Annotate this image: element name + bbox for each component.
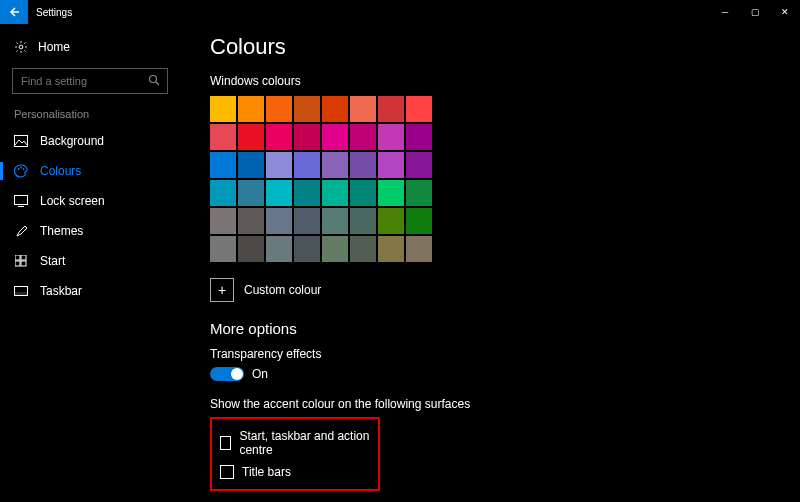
colour-swatch[interactable] [350, 236, 376, 262]
sidebar-item-label: Lock screen [40, 194, 105, 208]
sidebar-item-label: Taskbar [40, 284, 82, 298]
minimize-button[interactable]: ─ [710, 0, 740, 24]
content-area: Home Personalisation Background Colours … [0, 24, 800, 502]
checkbox-icon [220, 465, 234, 479]
colour-swatch[interactable] [210, 124, 236, 150]
custom-colour-row[interactable]: + Custom colour [210, 278, 800, 302]
colour-swatch[interactable] [406, 152, 432, 178]
more-options-heading: More options [210, 320, 800, 337]
colour-swatch[interactable] [294, 152, 320, 178]
colour-swatch[interactable] [266, 152, 292, 178]
colour-swatch[interactable] [322, 208, 348, 234]
transparency-label: Transparency effects [210, 347, 800, 361]
colour-swatch[interactable] [294, 236, 320, 262]
colour-swatch[interactable] [294, 180, 320, 206]
colour-swatch[interactable] [238, 208, 264, 234]
colour-swatch[interactable] [378, 96, 404, 122]
svg-rect-3 [15, 136, 28, 147]
colour-swatch[interactable] [322, 236, 348, 262]
colour-swatch[interactable] [266, 180, 292, 206]
plus-icon: + [210, 278, 234, 302]
colour-swatch[interactable] [378, 236, 404, 262]
sidebar-item-background[interactable]: Background [0, 126, 180, 156]
section-label: Personalisation [0, 108, 180, 126]
colour-swatch[interactable] [266, 96, 292, 122]
svg-rect-14 [15, 293, 28, 296]
colour-swatch[interactable] [238, 124, 264, 150]
checkbox-label: Start, taskbar and action centre [239, 429, 370, 457]
svg-rect-7 [15, 196, 28, 205]
colour-swatch[interactable] [378, 124, 404, 150]
colour-swatch[interactable] [406, 180, 432, 206]
home-label: Home [38, 40, 70, 54]
svg-rect-12 [21, 261, 26, 266]
colour-swatch[interactable] [266, 208, 292, 234]
colour-swatch[interactable] [238, 152, 264, 178]
colour-swatch[interactable] [322, 180, 348, 206]
sidebar-item-label: Background [40, 134, 104, 148]
search-container [12, 68, 168, 94]
custom-colour-label: Custom colour [244, 283, 321, 297]
home-button[interactable]: Home [0, 34, 180, 60]
colour-swatch[interactable] [406, 208, 432, 234]
colour-swatch[interactable] [350, 152, 376, 178]
sidebar-item-label: Themes [40, 224, 83, 238]
back-button[interactable] [0, 0, 28, 24]
colour-swatch[interactable] [378, 208, 404, 234]
colour-swatch[interactable] [378, 152, 404, 178]
colour-swatch[interactable] [322, 152, 348, 178]
colour-swatch[interactable] [294, 96, 320, 122]
colour-swatch[interactable] [350, 208, 376, 234]
sidebar-item-colours[interactable]: Colours [0, 156, 180, 186]
main-panel: Colours Windows colours + Custom colour … [180, 24, 800, 502]
start-icon [14, 254, 28, 268]
colour-swatch[interactable] [322, 124, 348, 150]
colour-swatch[interactable] [406, 96, 432, 122]
colour-swatch[interactable] [406, 236, 432, 262]
sidebar-item-themes[interactable]: Themes [0, 216, 180, 246]
colour-swatch[interactable] [322, 96, 348, 122]
colour-swatch[interactable] [350, 124, 376, 150]
colour-swatch[interactable] [266, 124, 292, 150]
taskbar-icon [14, 284, 28, 298]
transparency-toggle-row: On [210, 367, 800, 381]
colour-swatch[interactable] [350, 180, 376, 206]
maximize-button[interactable]: ▢ [740, 0, 770, 24]
colour-swatch[interactable] [210, 236, 236, 262]
colour-swatch[interactable] [210, 208, 236, 234]
sidebar-item-label: Colours [40, 164, 81, 178]
accent-surfaces-label: Show the accent colour on the following … [210, 397, 800, 411]
colour-swatch[interactable] [406, 124, 432, 150]
monitor-icon [14, 194, 28, 208]
colour-swatch[interactable] [210, 152, 236, 178]
gear-icon [14, 40, 28, 54]
transparency-toggle[interactable] [210, 367, 244, 381]
svg-point-1 [150, 76, 157, 83]
brush-icon [14, 224, 28, 238]
checkbox-start-taskbar[interactable]: Start, taskbar and action centre [220, 425, 370, 461]
svg-point-5 [20, 167, 22, 169]
colour-swatch[interactable] [266, 236, 292, 262]
search-input[interactable] [12, 68, 168, 94]
close-button[interactable]: ✕ [770, 0, 800, 24]
colour-swatch[interactable] [350, 96, 376, 122]
colour-swatch[interactable] [238, 180, 264, 206]
colour-swatch-grid [210, 96, 800, 262]
colour-swatch[interactable] [378, 180, 404, 206]
checkbox-label: Title bars [242, 465, 291, 479]
svg-point-6 [23, 168, 25, 170]
colour-swatch[interactable] [210, 180, 236, 206]
accent-surfaces-group: Start, taskbar and action centre Title b… [210, 417, 380, 491]
colour-swatch[interactable] [294, 124, 320, 150]
checkbox-title-bars[interactable]: Title bars [220, 461, 370, 483]
colour-swatch[interactable] [210, 96, 236, 122]
colour-swatch[interactable] [238, 236, 264, 262]
colour-swatch[interactable] [294, 208, 320, 234]
sidebar-item-lock-screen[interactable]: Lock screen [0, 186, 180, 216]
sidebar-item-taskbar[interactable]: Taskbar [0, 276, 180, 306]
colour-swatch[interactable] [238, 96, 264, 122]
sidebar-item-start[interactable]: Start [0, 246, 180, 276]
titlebar: Settings ─ ▢ ✕ [0, 0, 800, 24]
checkbox-icon [220, 436, 231, 450]
sidebar-item-label: Start [40, 254, 65, 268]
